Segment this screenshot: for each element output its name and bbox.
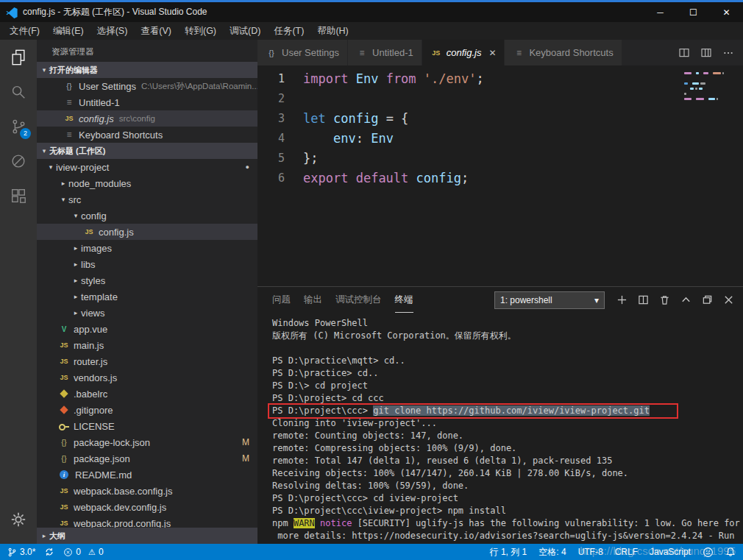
code-line[interactable]: 3let config = { [257,109,743,129]
code-line[interactable]: 4 env: Env [257,129,743,149]
git-branch-indicator[interactable]: 3.0* [7,547,35,558]
status-bar-right: 行 1, 列 1 空格: 4 UTF-8 CRLF JavaScript [478,546,736,559]
terminal-select[interactable]: 1: powershell ▾ [494,291,605,309]
chevron-down-icon: ▾ [594,295,599,305]
new-terminal-icon[interactable] [616,294,628,305]
sync-button[interactable] [44,547,54,557]
menu-item[interactable]: 文件(F) [3,25,46,38]
indentation-indicator[interactable]: 空格: 4 [538,546,566,559]
tree-folder-row[interactable]: ▾iview-project● [37,159,257,175]
menu-item[interactable]: 编辑(E) [46,25,90,38]
tree-file-row[interactable]: iREADME.md [37,467,257,483]
encoding-indicator[interactable]: UTF-8 [578,547,603,557]
cursor-position[interactable]: 行 1, 列 1 [490,546,527,559]
error-icon [63,547,73,557]
text-segment: import [303,71,348,86]
maximize-panel-icon[interactable] [702,294,713,305]
maximize-button[interactable]: ☐ [677,2,710,22]
branch-name: 3.0* [20,547,35,557]
tree-file-row[interactable]: JSwebpack.dev.config.js [37,499,257,515]
tree-folder-row[interactable]: ▸images [37,240,257,256]
chevron-right-icon: ▸ [58,180,68,187]
code-editor[interactable]: 1import Env from './env';23let config = … [257,65,743,286]
tree-folder-row[interactable]: ▸node_modules [37,175,257,191]
language-indicator[interactable]: JavaScript [650,547,691,557]
minimize-button[interactable]: ─ [644,2,677,22]
terminal-line: 版权所有 (C) Microsoft Corporation。保留所有权利。 [272,330,743,342]
debug-icon[interactable] [0,143,37,178]
open-editor-item[interactable]: JSconfig.jssrc\config [37,110,257,127]
outline-header[interactable]: ▸ 大纲 [37,528,257,544]
toggle-layout-icon[interactable] [700,47,712,59]
code-line[interactable]: 2 [257,89,743,109]
code-line[interactable]: 5}; [257,149,743,169]
chevron-down-icon: ▾ [39,66,49,74]
explorer-icon[interactable] [0,40,37,74]
tree-file-row[interactable]: LICENSE [37,418,257,434]
text-segment: }; [303,151,318,166]
split-editor-icon[interactable] [678,47,690,59]
tree-file-row[interactable]: JSrouter.js [37,353,257,369]
terminal[interactable]: Windows PowerShell版权所有 (C) Microsoft Cor… [257,313,743,544]
search-icon[interactable] [0,74,37,109]
menu-item[interactable]: 选择(S) [90,25,135,38]
js-file-icon: JS [430,47,442,59]
tree-file-row[interactable]: Vapp.vue [37,321,257,337]
panel-tab[interactable]: 问题 [272,287,291,313]
tree-file-row[interactable]: {}package.jsonM [37,450,257,467]
tree-file-row[interactable]: .babelrc [37,386,257,402]
editor-tab[interactable]: ≡Untitled-1 [348,40,422,65]
chevron-up-icon[interactable] [680,294,692,305]
tree-file-row[interactable]: JSconfig.js [37,224,257,240]
menu-item[interactable]: 任务(T) [267,25,310,38]
editor-tab[interactable]: JSconfig.js✕ [422,40,505,65]
open-editors-header[interactable]: ▾ 打开的编辑器 [37,62,257,78]
open-editor-item[interactable]: ≡Keyboard Shortcuts [37,127,257,143]
tree-folder-row[interactable]: ▾config [37,208,257,224]
text-segment [408,171,416,185]
tree-file-row[interactable]: JSwebpack.base.config.js [37,483,257,499]
trash-icon[interactable] [659,294,670,305]
tree-folder-row[interactable]: ▸libs [37,256,257,272]
close-button[interactable]: ✕ [710,2,743,22]
problems-indicator[interactable]: 0 ⚠ 0 [63,547,103,557]
source-control-icon[interactable]: 2 [0,109,37,143]
editor-tab[interactable]: {}User Settings [257,40,348,65]
tree-file-row[interactable]: .gitignore [37,402,257,418]
menu-item[interactable]: 查看(V) [134,25,178,38]
tree-folder-row[interactable]: ▸template [37,288,257,305]
close-panel-icon[interactable] [723,294,734,305]
minimap[interactable] [684,65,734,103]
open-editor-item[interactable]: ≡Untitled-1 [37,94,257,110]
feedback-smiley-icon[interactable] [703,547,714,558]
tree-folder-row[interactable]: ▸styles [37,272,257,288]
open-editor-item[interactable]: {}User SettingsC:\Users\孙\AppData\Roamin… [37,78,257,94]
tree-folder-row[interactable]: ▾src [37,191,257,208]
panel-tab[interactable]: 输出 [304,287,322,313]
editor-tab[interactable]: ≡Keyboard Shortcuts [505,40,622,65]
code-line[interactable]: 6export default config; [257,169,743,188]
tree-file-row[interactable]: {}package-lock.jsonM [37,434,257,450]
tree-file-row[interactable]: JSwebpack.prod.config.js [37,515,257,528]
settings-gear-icon[interactable] [0,502,37,536]
minimap-segment [684,93,686,95]
more-actions-icon[interactable] [722,47,734,59]
terminal-line: PS D:\project\ccc\iview-project> npm ins… [272,505,743,517]
panel-tab[interactable]: 调试控制台 [335,287,382,313]
menu-item[interactable]: 调试(D) [223,25,267,38]
menu-item[interactable]: 转到(G) [178,25,223,38]
notifications-bell-icon[interactable] [725,547,736,557]
bottom-panel: 问题输出调试控制台终端 1: powershell ▾ Windows P [257,286,743,544]
tree-file-row[interactable]: JSvendors.js [37,369,257,386]
split-terminal-icon[interactable] [638,294,649,305]
eol-indicator[interactable]: CRLF [615,547,638,557]
extensions-icon[interactable] [0,178,37,213]
tree-folder-row[interactable]: ▸views [37,305,257,321]
tree-file-row[interactable]: JSmain.js [37,337,257,353]
code-line[interactable]: 1import Env from './env'; [257,69,743,89]
panel-tab[interactable]: 终端 [395,287,413,313]
workspace-header[interactable]: ▾ 无标题 (工作区) [37,143,257,159]
menu-item[interactable]: 帮助(H) [310,25,355,38]
close-icon[interactable]: ✕ [488,48,496,58]
tab-label: User Settings [282,47,339,58]
